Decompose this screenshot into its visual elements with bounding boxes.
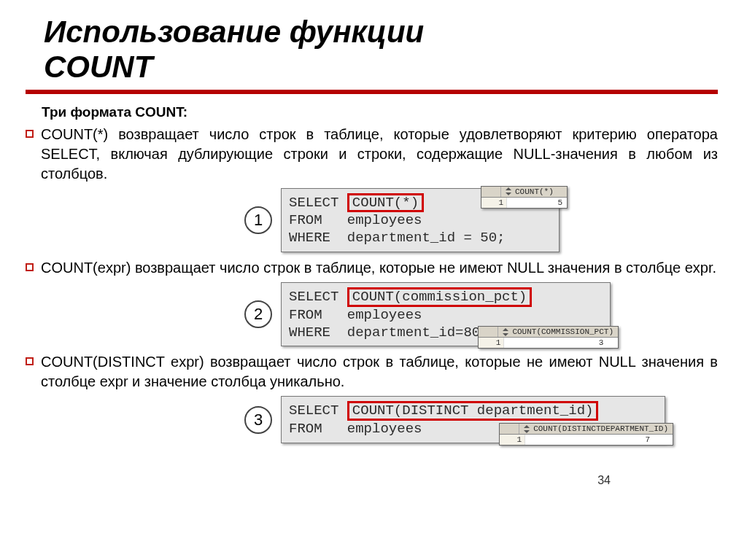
example-1: 1 SELECT COUNT(*) FROM employees WHERE d…: [26, 188, 718, 252]
title-line1: Использование функции: [44, 15, 424, 49]
res1-idx: 1: [481, 198, 507, 208]
page-number: 34: [597, 474, 611, 487]
res3-idx: 1: [500, 435, 525, 445]
code1-l2: FROM employees: [289, 212, 551, 230]
sort-icon: [503, 329, 509, 335]
sort-icon: [506, 188, 512, 195]
res1-val: 5: [507, 198, 567, 208]
number-circle-1: 1: [244, 206, 272, 234]
code1-pre: SELECT: [289, 195, 347, 211]
code1-highlight: COUNT(*): [347, 193, 424, 213]
code3-pre: SELECT: [289, 402, 347, 419]
list-item: COUNT(DISTINCT expr) возвращает число ст…: [26, 352, 718, 392]
code-box-1: SELECT COUNT(*) FROM employees WHERE dep…: [281, 188, 560, 252]
code1-l3: WHERE department_id = 50;: [289, 230, 551, 247]
number-circle-3: 3: [244, 406, 272, 434]
sort-icon: [524, 426, 530, 432]
res2-header: COUNT(COMMISSION_PCT): [512, 327, 614, 336]
list-item: COUNT(*) возвращает число строк в таблиц…: [26, 125, 718, 184]
result-panel-2: COUNT(COMMISSION_PCT) 1 3: [478, 326, 619, 349]
bullet-icon: [26, 357, 34, 365]
example-3: 3 SELECT COUNT(DISTINCT department_id) F…: [26, 396, 718, 443]
number-circle-2: 2: [244, 300, 272, 328]
item-text-3: COUNT(DISTINCT expr) возвращает число ст…: [41, 352, 718, 392]
subtitle: Три формата COUNT:: [42, 104, 718, 120]
list-item: COUNT(expr) возвращает число строк в таб…: [26, 258, 718, 278]
item-text-2: COUNT(expr) возвращает число строк в таб…: [41, 258, 716, 278]
res2-val: 3: [504, 338, 608, 348]
bullet-icon: [26, 263, 34, 271]
code2-pre: SELECT: [289, 289, 347, 305]
item-text-1: COUNT(*) возвращает число строк в таблиц…: [41, 125, 718, 184]
example-2: 2 SELECT COUNT(commission_pct) FROM empl…: [26, 282, 718, 346]
title-line2: COUNT: [44, 50, 152, 84]
res1-header: COUNT(*): [515, 187, 554, 196]
code-box-2: SELECT COUNT(commission_pct) FROM employ…: [281, 282, 611, 346]
res2-idx: 1: [479, 338, 504, 348]
code2-l2: FROM employees: [289, 307, 603, 324]
code-box-3: SELECT COUNT(DISTINCT department_id) FRO…: [281, 396, 665, 443]
slide-title: Использование функции COUNT: [44, 15, 718, 85]
res3-val: 7: [525, 435, 654, 445]
result-panel-3: COUNT(DISTINCTDEPARTMENT_ID) 1 7: [499, 423, 673, 446]
res3-header: COUNT(DISTINCTDEPARTMENT_ID): [533, 424, 668, 433]
code2-highlight: COUNT(commission_pct): [347, 287, 532, 307]
result-panel-1: COUNT(*) 1 5: [481, 186, 568, 209]
code3-highlight: COUNT(DISTINCT department_id): [347, 401, 599, 421]
slide: Использование функции COUNT Три формата …: [0, 0, 747, 560]
title-rule: [26, 90, 718, 94]
bullet-icon: [26, 130, 34, 138]
